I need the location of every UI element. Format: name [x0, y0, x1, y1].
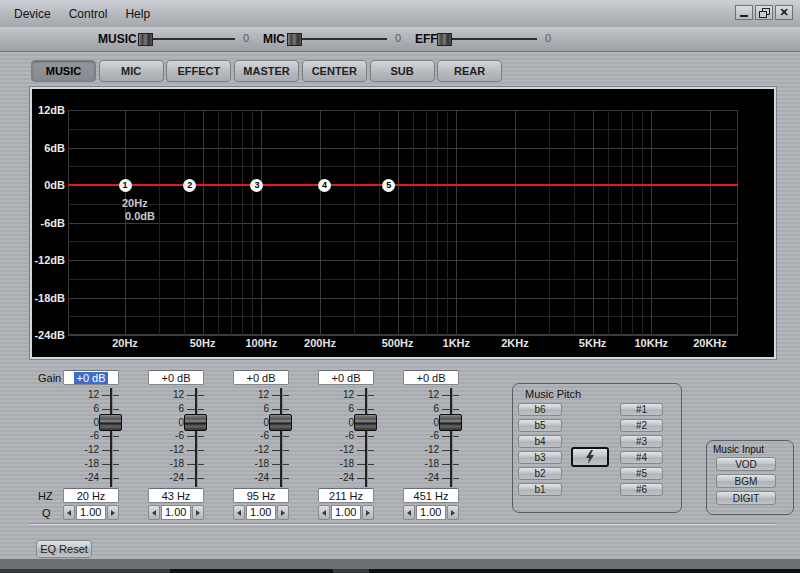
pitch-flat-b4-button[interactable]: b4 [518, 435, 562, 448]
mic-slider[interactable] [287, 33, 387, 46]
pitch-sharp-2-button[interactable]: #2 [620, 419, 663, 432]
q-increment-button[interactable] [362, 505, 374, 520]
q-increment-button[interactable] [192, 505, 204, 520]
grid-line [242, 110, 243, 335]
pitch-flat-b2-button[interactable]: b2 [518, 467, 562, 480]
db-axis-label: -12dB [32, 254, 65, 266]
q-decrement-button[interactable] [318, 505, 330, 520]
tab-center[interactable]: CENTER [302, 60, 367, 82]
db-axis-label: -24dB [32, 329, 65, 341]
music-input-bgm-button[interactable]: BGM [716, 474, 776, 488]
pitch-flat-b6-button[interactable]: b6 [518, 403, 562, 416]
band-5-q-value[interactable]: 1.00 [416, 505, 446, 520]
grid-line [68, 148, 738, 149]
music-slider[interactable] [138, 33, 235, 46]
eq-point-3[interactable]: 3 [250, 179, 263, 192]
mic-slider-track[interactable] [287, 38, 387, 40]
menu-device[interactable]: Device [14, 1, 51, 27]
band-3-slider-handle[interactable] [269, 414, 292, 431]
eq-point-2[interactable]: 2 [183, 179, 196, 192]
q-increment-button[interactable] [447, 505, 459, 520]
pitch-sharp-5-button[interactable]: #5 [620, 467, 663, 480]
tab-mic[interactable]: MIC [99, 60, 164, 82]
pitch-natural-button[interactable] [571, 447, 609, 467]
band-1-q-value[interactable]: 1.00 [76, 505, 106, 520]
freq-axis-label: 100Hz [245, 337, 277, 349]
band-2-slider-track[interactable] [195, 388, 197, 487]
menu-control[interactable]: Control [69, 1, 108, 27]
q-increment-button[interactable] [107, 505, 119, 520]
pitch-flat-b5-button[interactable]: b5 [518, 419, 562, 432]
q-decrement-button[interactable] [148, 505, 160, 520]
tab-master[interactable]: MASTER [234, 60, 299, 82]
band-1-slider-track[interactable] [110, 388, 112, 487]
pitch-sharp-4-button[interactable]: #4 [620, 451, 663, 464]
q-increment-button[interactable] [277, 505, 289, 520]
pitch-sharp-1-button[interactable]: #1 [620, 403, 663, 416]
eq-point-1[interactable]: 1 [119, 179, 132, 192]
band-3-freq-input[interactable]: 95 Hz [233, 488, 289, 503]
tab-sub[interactable]: SUB [370, 60, 435, 82]
menu-bar: DeviceControlHelp [14, 0, 168, 27]
q-decrement-button[interactable] [63, 505, 75, 520]
band-2-q-value[interactable]: 1.00 [161, 505, 191, 520]
music-input-digit-button[interactable]: DIGIT [716, 491, 776, 505]
band-3-slider-track[interactable] [280, 388, 282, 487]
eff-slider[interactable] [437, 33, 537, 46]
pitch-sharp-3-button[interactable]: #3 [620, 435, 663, 448]
mic-slider-handle[interactable] [287, 33, 302, 46]
band-scale-label: -18 [389, 459, 439, 469]
q-decrement-button[interactable] [233, 505, 245, 520]
grid-line [549, 110, 550, 335]
grid-line [379, 110, 380, 335]
band-5-freq-input[interactable]: 451 Hz [403, 488, 459, 503]
pitch-sharp-6-button[interactable]: #6 [620, 483, 663, 496]
restore-button[interactable] [755, 5, 773, 20]
freq-axis-label: 20KHz [693, 337, 727, 349]
band-scale-label: -24 [49, 473, 99, 483]
band-5-gain-input[interactable]: +0 dB [403, 370, 459, 385]
eff-slider-track[interactable] [437, 38, 537, 40]
tab-effect[interactable]: EFFECT [166, 60, 231, 82]
q-decrement-button[interactable] [403, 505, 415, 520]
band-4-gain-input[interactable]: +0 dB [318, 370, 374, 385]
band-4-q-value[interactable]: 1.00 [331, 505, 361, 520]
band-4-slider-track[interactable] [365, 388, 367, 487]
eff-slider-handle[interactable] [437, 33, 452, 46]
band-4-slider-handle[interactable] [354, 414, 377, 431]
band-2-slider-handle[interactable] [184, 414, 207, 431]
band-1-gain-input[interactable]: +0 dB [63, 370, 119, 385]
music-slider-handle[interactable] [138, 33, 153, 46]
q-label: Q [42, 507, 51, 519]
music-input-title: Music Input [713, 444, 764, 455]
grid-line [608, 110, 609, 335]
grid-line [68, 335, 738, 336]
tab-music[interactable]: MUSIC [31, 60, 96, 82]
band-1-slider-handle[interactable] [99, 414, 122, 431]
band-2-freq-input[interactable]: 43 Hz [148, 488, 204, 503]
tab-rear[interactable]: REAR [437, 60, 502, 82]
freq-axis-label: 500Hz [382, 337, 414, 349]
band-3-gain-input[interactable]: +0 dB [233, 370, 289, 385]
pitch-flat-b3-button[interactable]: b3 [518, 451, 562, 464]
menu-help[interactable]: Help [125, 1, 150, 27]
grid-line [68, 316, 738, 317]
eq-reset-button[interactable]: EQ Reset [36, 540, 92, 558]
band-2-gain-input[interactable]: +0 dB [148, 370, 204, 385]
band-3-q-value[interactable]: 1.00 [246, 505, 276, 520]
band-1-freq-input[interactable]: 20 Hz [63, 488, 119, 503]
freq-axis-label: 2KHz [501, 337, 529, 349]
eq-point-4[interactable]: 4 [318, 179, 331, 192]
eq-point-5[interactable]: 5 [382, 179, 395, 192]
band-5-slider-handle[interactable] [439, 414, 462, 431]
grid-line [320, 110, 321, 335]
band-4-freq-input[interactable]: 211 Hz [318, 488, 374, 503]
minimize-button[interactable] [735, 5, 753, 20]
grid-line [68, 129, 738, 130]
close-button[interactable]: ✕ [775, 5, 793, 20]
band-5-slider-track[interactable] [450, 388, 452, 487]
lightning-icon [585, 450, 595, 464]
pitch-flat-b1-button[interactable]: b1 [518, 483, 562, 496]
freq-axis-label: 50Hz [190, 337, 216, 349]
music-input-vod-button[interactable]: VOD [716, 457, 776, 471]
